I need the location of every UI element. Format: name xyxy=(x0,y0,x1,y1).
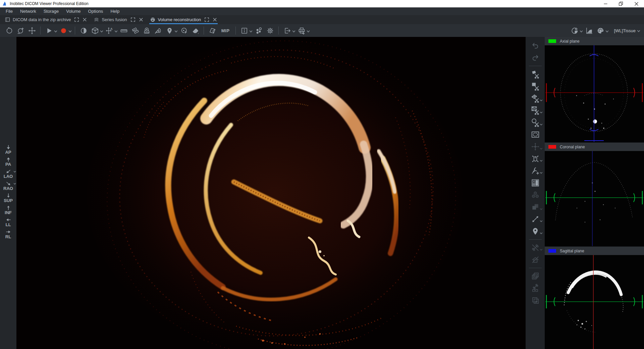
copy-view-button[interactable] xyxy=(528,294,542,306)
mip-button[interactable]: MIP xyxy=(219,26,232,36)
redo-button[interactable] xyxy=(528,52,542,64)
crop-polygon-button[interactable] xyxy=(207,26,217,36)
mouse-rotation-button[interactable] xyxy=(528,153,542,165)
volume-render-viewport[interactable] xyxy=(16,37,526,349)
bone-removal-button[interactable] xyxy=(528,242,542,254)
bone-tools-button[interactable] xyxy=(528,282,542,294)
bone-removal-dropdown[interactable] xyxy=(540,247,543,250)
layers-dropdown[interactable] xyxy=(540,206,543,209)
polyline-ruler-button[interactable] xyxy=(130,26,140,36)
render-mode-dropdown[interactable] xyxy=(580,30,583,33)
cut-polyhedron-button[interactable] xyxy=(528,92,542,104)
menu-storage[interactable]: Storage xyxy=(40,9,63,14)
table-removal-button[interactable] xyxy=(528,254,542,266)
orientation-sup-button[interactable]: SUP xyxy=(0,192,16,204)
orientation-inf-button[interactable]: INF xyxy=(0,204,16,216)
menu-network[interactable]: Network xyxy=(16,9,40,14)
rao-dropdown[interactable] xyxy=(13,182,16,185)
export-dropdown[interactable] xyxy=(292,30,296,33)
point-marker-dropdown[interactable] xyxy=(174,30,178,33)
record-button[interactable] xyxy=(58,26,68,36)
orientation-ap-button[interactable]: AP xyxy=(0,144,16,156)
orientation-ll-button[interactable]: LL xyxy=(0,216,16,228)
point-marker-side-button[interactable] xyxy=(528,225,542,237)
windowing-pattern-button[interactable] xyxy=(528,177,542,189)
contrast-button[interactable] xyxy=(78,26,89,36)
palette-button[interactable] xyxy=(595,26,605,36)
move-annotations-button[interactable]: A xyxy=(104,26,114,36)
orientation-lao-button[interactable]: LAO xyxy=(0,168,16,180)
close-button[interactable] xyxy=(629,0,644,7)
minimize-button[interactable] xyxy=(598,0,613,7)
move-crosshair-point-dropdown[interactable] xyxy=(540,146,543,149)
ruler-button[interactable] xyxy=(119,26,129,36)
undo-button[interactable] xyxy=(528,40,542,52)
tab-expand-icon[interactable] xyxy=(205,17,209,22)
tab-volume-reconstruction[interactable]: Volume reconstruction xyxy=(147,15,221,24)
settings-button[interactable] xyxy=(265,26,275,36)
orientation-rao-button[interactable]: RAO xyxy=(0,180,16,192)
tab-close-icon[interactable] xyxy=(213,17,217,22)
menu-volume[interactable]: Volume xyxy=(62,9,84,14)
wl-preset-label[interactable]: [WL]Tissue xyxy=(614,28,636,33)
structure-group-button[interactable] xyxy=(528,189,542,201)
structure-spheres-button[interactable] xyxy=(254,26,264,36)
cut-polyhedron-filled-dropdown[interactable] xyxy=(540,109,543,112)
tab-close-icon[interactable] xyxy=(83,17,87,22)
tab-expand-icon[interactable] xyxy=(131,17,135,22)
tape-measure-button[interactable] xyxy=(142,26,152,36)
coronal-plane-view[interactable] xyxy=(545,151,644,246)
scale-view-dropdown[interactable] xyxy=(540,218,543,221)
tab-expand-icon[interactable] xyxy=(74,17,79,22)
view-cube-dropdown[interactable] xyxy=(100,30,103,33)
menu-help[interactable]: Help xyxy=(107,9,123,14)
point-marker-button[interactable] xyxy=(164,26,174,36)
print-dropdown[interactable] xyxy=(307,30,310,33)
sagittal-plane-view[interactable] xyxy=(545,255,644,349)
wl-preset-dropdown[interactable] xyxy=(637,30,640,33)
protractor-button[interactable] xyxy=(153,26,163,36)
cut-polyhedron-dropdown[interactable] xyxy=(540,97,543,100)
mouse-rotation-dropdown[interactable] xyxy=(540,158,543,161)
rotate-button[interactable] xyxy=(4,26,14,36)
layers-button[interactable] xyxy=(528,201,542,213)
scale-view-button[interactable] xyxy=(528,213,542,225)
restore-button[interactable] xyxy=(613,0,629,7)
move-annotations-dropdown[interactable] xyxy=(114,30,118,33)
select-ellipse-region-button[interactable] xyxy=(528,129,542,141)
menu-options[interactable]: Options xyxy=(85,9,107,14)
tab-dicom-archive[interactable]: DICOM data in the zip archive xyxy=(1,15,90,24)
export-button[interactable] xyxy=(282,26,292,36)
orientation-pa-button[interactable]: PA xyxy=(0,156,16,168)
tab-close-icon[interactable] xyxy=(139,17,143,22)
lao-dropdown[interactable] xyxy=(13,170,16,172)
pan-button[interactable] xyxy=(27,26,37,36)
point-marker-side-dropdown[interactable] xyxy=(540,230,543,233)
view-cube-button[interactable] xyxy=(90,26,100,36)
info-dropdown[interactable] xyxy=(249,30,253,33)
vessel-segmentation-dropdown[interactable] xyxy=(540,170,543,173)
cut-polygon-button[interactable] xyxy=(528,68,542,80)
record-dropdown[interactable] xyxy=(68,30,72,33)
move-crosshair-point-button[interactable] xyxy=(528,141,542,153)
play-button[interactable] xyxy=(44,26,54,36)
print-button[interactable] xyxy=(297,26,307,36)
zoom-button[interactable] xyxy=(15,26,25,36)
orientation-rl-button[interactable]: RL xyxy=(0,228,16,240)
cut-sphere-button[interactable] xyxy=(528,116,542,129)
eraser-button[interactable] xyxy=(190,26,200,36)
info-button[interactable] xyxy=(239,26,249,36)
copy-layers-button[interactable] xyxy=(528,270,542,282)
play-dropdown[interactable] xyxy=(54,30,57,33)
axial-plane-view[interactable] xyxy=(545,45,644,142)
tab-series-fusion[interactable]: Series fusion xyxy=(90,15,146,24)
render-mode-button[interactable] xyxy=(570,26,580,36)
cut-rectangle-button[interactable] xyxy=(528,80,542,92)
rotate-pointer-button[interactable] xyxy=(179,26,189,36)
histogram-button[interactable] xyxy=(584,26,594,36)
menu-file[interactable]: File xyxy=(2,9,16,14)
cut-sphere-dropdown[interactable] xyxy=(540,121,543,124)
cut-polyhedron-filled-button[interactable] xyxy=(528,104,542,116)
palette-dropdown[interactable] xyxy=(605,30,609,33)
vessel-segmentation-button[interactable] xyxy=(528,165,542,177)
